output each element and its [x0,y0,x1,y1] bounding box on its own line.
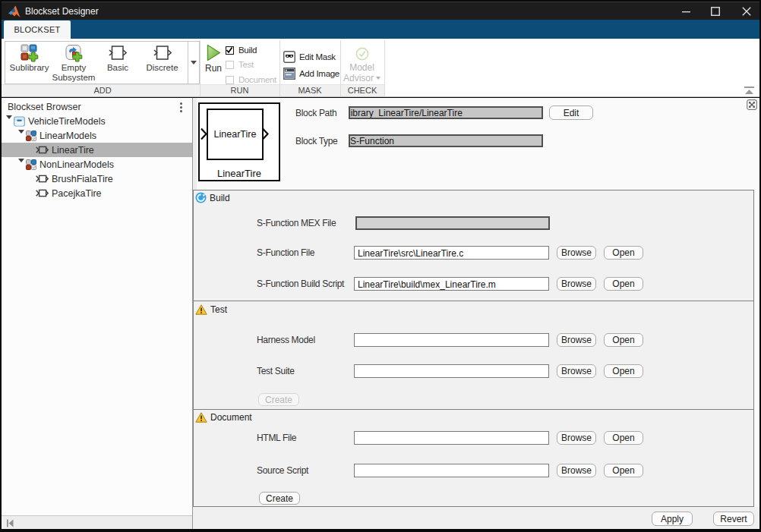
browse-button[interactable]: Browse [557,364,596,378]
run-button-label: Run [201,63,226,74]
tree-item-pacejkatire[interactable]: PacejkaTire [2,186,192,200]
block-icon [36,175,49,183]
add-gallery: Sublibrary EmptySubsystem Basic [5,41,200,84]
s-function-mex-file-field [355,216,550,230]
open-button[interactable]: Open [604,464,643,477]
tab-blockset[interactable]: BLOCKSET [4,20,71,39]
add-sublibrary-button[interactable]: Sublibrary [7,42,52,83]
create-document-button[interactable]: Create [259,492,300,505]
block-type-label: Block Type [295,136,337,146]
test-suite-input[interactable] [354,364,549,378]
library-icon [14,116,25,127]
discrete-block-icon [153,44,172,62]
checkbox-unchecked-icon [226,61,234,69]
browse-button[interactable]: Browse [557,431,596,445]
gallery-item-label: Sublibrary [7,63,52,73]
sublibrary-icon [21,44,39,62]
section-label-check: CHECK [340,86,384,96]
add-empty-subsystem-button[interactable]: EmptySubsystem [52,42,96,83]
tree-item-brushfialatire[interactable]: BrushFialaTire [2,172,192,186]
harness-model-input[interactable] [354,333,549,347]
expand-panel-button[interactable] [747,99,757,110]
maximize-icon [711,7,720,16]
add-image-button[interactable]: Add Image [283,67,339,80]
add-basic-button[interactable]: Basic [96,42,140,83]
field-label: HTML File [257,433,296,443]
apply-button[interactable]: Apply [652,512,693,526]
section-label-mask: MASK [279,86,340,96]
open-button[interactable]: Open [604,277,643,291]
field-label: S-Function File [257,247,314,258]
test-section: Test Harness Model Browse Open Test Suit… [193,301,754,410]
block-path-value: library_LinearTire/LinearTire [349,106,543,119]
browser-menu-button[interactable] [180,102,183,113]
build-section: Build S-Function MEX File S-Function Fil… [193,190,754,301]
build-section-title: Build [210,193,230,203]
open-button[interactable]: Open [604,246,643,260]
collapse-panel-icon[interactable] [6,519,14,527]
toolstrip: Sublibrary EmptySubsystem Basic [2,39,759,97]
matlab-logo-icon [8,5,21,18]
run-button[interactable]: Run [201,42,226,81]
blockset-browser-panel: Blockset Browser VehicleTireModels [2,98,192,515]
browse-button[interactable]: Browse [557,464,596,477]
checkbox-unchecked-icon [226,76,234,84]
block-preview-name: LinearTire [214,129,257,140]
section-separator [384,40,385,96]
open-button[interactable]: Open [604,364,643,378]
field-label: Test Suite [257,366,295,376]
block-icon [36,189,49,197]
browse-button[interactable]: Browse [557,333,596,347]
block-preview-caption: LinearTire [200,168,279,179]
block-input-port-icon [201,127,207,140]
maximize-button[interactable] [703,2,728,20]
build-checkbox[interactable]: Build [226,45,257,55]
model-advisor-icon [355,47,369,61]
test-checkbox[interactable]: Test [226,59,254,70]
browse-button[interactable]: Browse [557,246,596,260]
minimize-icon [682,8,690,16]
tree-expander-icon[interactable] [18,134,24,138]
edit-button[interactable]: Edit [549,105,593,120]
tree-item-lineartire[interactable]: LinearTire [2,143,192,157]
s-function-file-input[interactable]: LinearTire\src\LinearTire.c [354,246,549,260]
document-checkbox[interactable]: Document [226,74,276,85]
document-section: Document HTML File Browse Open Source Sc… [193,409,754,507]
section-label-add: ADD [5,86,201,96]
tree-item-nonlinearmodels[interactable]: NonLinearModels [2,157,192,172]
minimize-button[interactable] [673,2,699,20]
tree-item-vehicletiremodels[interactable]: VehicleTireModels [2,114,192,128]
basic-block-icon [109,44,127,62]
browse-button[interactable]: Browse [557,277,596,291]
gallery-item-label: EmptySubsystem [52,63,96,83]
tree-expander-icon[interactable] [18,162,24,167]
create-test-button[interactable]: Create [258,393,299,406]
s-function-build-script-input[interactable]: LinearTire\build\mex_LinearTire.m [354,277,549,291]
model-group-icon [26,131,36,141]
field-label: S-Function MEX File [257,218,336,228]
title-bar: Blockset Designer [2,2,759,20]
field-label: Harness Model [257,335,315,345]
model-advisor-button[interactable]: Model Advisor [340,41,384,83]
chevron-down-icon [376,77,380,80]
gallery-dropdown-button[interactable] [188,42,199,83]
revert-button[interactable]: Revert [713,512,754,526]
block-type-value: S-Function [349,134,543,147]
build-status-icon [195,192,207,203]
html-file-input[interactable] [354,431,549,445]
add-discrete-button[interactable]: Discrete [140,42,185,83]
edit-mask-button[interactable]: Edit Mask [283,50,336,63]
add-image-icon [283,68,295,80]
source-script-input[interactable] [354,464,549,477]
blockset-designer-window: Blockset Designer BLOCKSET [0,0,761,532]
open-button[interactable]: Open [604,333,643,347]
dialog-footer: Apply Revert [193,507,759,529]
close-button[interactable] [734,2,759,20]
tree-item-linearmodels[interactable]: LinearModels [2,128,192,143]
gallery-item-label: Discrete [140,63,185,73]
tree-expander-icon[interactable] [6,119,12,124]
collapse-toolstrip-button[interactable] [744,87,755,95]
warning-icon [195,304,207,315]
open-button[interactable]: Open [604,431,643,445]
block-detail-panel: LinearTire LinearTire Block Path library… [193,98,759,529]
